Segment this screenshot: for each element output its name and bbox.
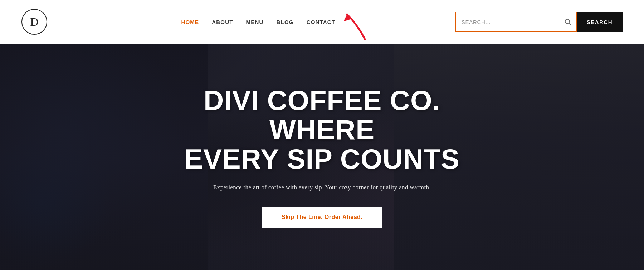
search-area: SEARCH xyxy=(455,12,623,32)
nav-item-about[interactable]: ABOUT xyxy=(212,19,233,25)
hero-subtitle: Experience the art of coffee with every … xyxy=(161,184,483,191)
search-input[interactable] xyxy=(456,12,560,31)
main-nav: HOME ABOUT MENU BLOG CONTACT xyxy=(76,19,441,25)
hero-title: DIVI COFFEE CO. WHERE EVERY SIP COUNTS xyxy=(161,86,483,174)
search-button[interactable]: SEARCH xyxy=(577,12,623,32)
nav-item-blog[interactable]: BLOG xyxy=(277,19,294,25)
hero-content: DIVI COFFEE CO. WHERE EVERY SIP COUNTS E… xyxy=(161,86,483,228)
logo[interactable]: D xyxy=(21,9,47,35)
logo-circle: D xyxy=(21,9,47,35)
hero-title-line1: DIVI COFFEE CO. WHERE xyxy=(204,85,440,145)
svg-line-1 xyxy=(569,23,571,25)
logo-letter: D xyxy=(30,15,38,29)
nav-item-home[interactable]: HOME xyxy=(181,19,199,25)
hero-title-line2: EVERY SIP COUNTS xyxy=(184,143,460,175)
header: D HOME ABOUT MENU BLOG CONTACT SEARCH xyxy=(0,0,644,44)
hero-cta-button[interactable]: Skip The Line. Order Ahead. xyxy=(262,207,383,228)
nav-item-contact[interactable]: CONTACT xyxy=(307,19,336,25)
hero-section: DIVI COFFEE CO. WHERE EVERY SIP COUNTS E… xyxy=(0,44,644,270)
magnifier-icon xyxy=(564,18,572,26)
nav-item-menu[interactable]: MENU xyxy=(246,19,264,25)
search-icon-button[interactable] xyxy=(560,18,576,26)
search-input-wrapper xyxy=(455,12,577,32)
